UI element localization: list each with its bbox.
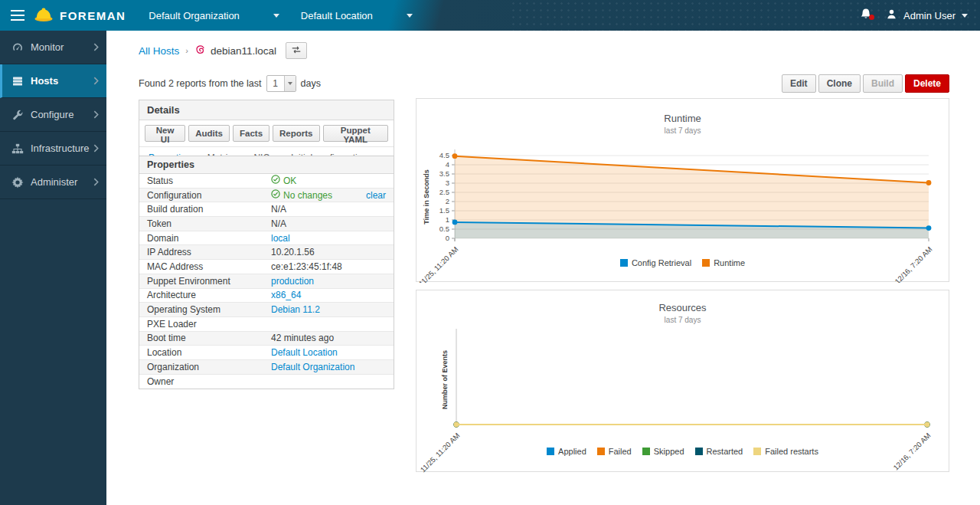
select-caret-icon [284,76,296,91]
property-value-link[interactable]: Default Location [271,347,394,358]
clear-link[interactable]: clear [366,190,394,201]
property-label: Token [139,218,271,229]
breadcrumb-all-hosts-link[interactable]: All Hosts [139,45,179,57]
host-action-buttons: Edit Clone Build Delete [782,74,949,93]
legend-item-applied[interactable]: Applied [547,447,586,456]
svg-text:2.5: 2.5 [439,188,449,196]
breadcrumb-current: debian11.local [194,44,276,57]
user-menu[interactable]: Admin User [883,8,980,22]
brand-name: FOREMAN [60,9,126,22]
sidebar-item-infrastructure[interactable]: Infrastructure [0,132,106,166]
days-select[interactable]: 1 [266,75,296,92]
legend-swatch [620,259,628,267]
legend-label: Applied [558,447,586,456]
organization-dropdown[interactable]: Default Organization [138,0,290,31]
puppet-yaml-button[interactable]: Puppet YAML [323,125,389,142]
chevron-right-icon [93,77,99,85]
legend-item-restarted[interactable]: Restarted [695,447,743,456]
breadcrumb-separator: › [185,46,188,55]
property-label: Domain [139,233,271,244]
legend-item-skipped[interactable]: Skipped [642,447,684,456]
audits-button[interactable]: Audits [188,125,230,142]
legend-item-failed[interactable]: Failed [597,447,632,456]
property-row: IP Address10.20.1.56 [139,245,394,260]
sidebar-item-hosts[interactable]: Hosts [0,64,106,98]
legend-swatch [753,448,761,455]
property-value: N/A [271,218,394,229]
main-content: All Hosts › debian11.local Found 2 repor… [106,31,980,505]
property-row: Build durationN/A [139,202,394,217]
property-value-link[interactable]: Debian 11.2 [271,304,394,315]
property-label: Operating System [139,304,271,315]
sidebar-item-label: Infrastructure [31,143,93,154]
svg-text:2: 2 [446,197,449,205]
sidebar-item-configure[interactable]: Configure [0,98,106,132]
property-label: Location [139,347,271,358]
property-value: ce:e1:23:45:1f:48 [271,261,394,272]
server-icon [11,75,24,87]
sidebar: MonitorHostsConfigureInfrastructureAdmin… [0,31,106,505]
details-panel-title: Details [139,100,394,120]
sidebar-item-label: Administer [31,176,93,188]
sidebar-item-label: Configure [31,109,93,120]
property-label: PXE Loader [139,319,271,330]
property-label: Boot time [139,333,271,343]
svg-text:3.5: 3.5 [439,169,449,178]
details-buttons: New UIAuditsFactsReportsPuppet YAML [139,120,394,147]
delete-button[interactable]: Delete [905,74,949,93]
legend-item-runtime[interactable]: Runtime [702,258,745,267]
property-row: StatusOK [139,174,394,189]
property-value-link[interactable]: Default Organization [271,362,394,372]
legend-item-config-retrieval[interactable]: Config Retrieval [620,258,691,267]
facts-button[interactable]: Facts [233,125,270,142]
user-name: Admin User [903,10,956,21]
legend-swatch [642,448,650,455]
property-row: Architecturex86_64 [139,289,394,303]
build-button[interactable]: Build [863,74,903,93]
resources-legend: AppliedFailedSkippedRestartedFailed rest… [416,447,949,456]
debian-os-icon [194,44,206,57]
legend-label: Failed restarts [765,447,818,456]
reports-summary: Found 2 reports from the last 1 days [139,75,321,92]
resources-plot-area: Number of Events11/25, 11:20 AM12/16, 7:… [416,290,950,473]
gauge-icon [11,41,24,54]
property-value-link[interactable]: x86_64 [271,290,394,300]
sidebar-item-label: Monitor [31,41,93,53]
legend-swatch [695,448,703,455]
property-label: Organization [139,362,271,372]
location-dropdown[interactable]: Default Location [290,0,423,31]
reports-button[interactable]: Reports [273,125,319,142]
notifications-button[interactable] [849,8,883,23]
svg-text:0: 0 [446,234,449,242]
clone-button[interactable]: Clone [818,74,861,93]
check-circle-icon [271,175,280,186]
sidebar-item-administer[interactable]: Administer [0,166,106,199]
host-name: debian11.local [211,45,276,57]
legend-label: Restarted [707,447,743,456]
property-value-link[interactable]: local [271,233,394,244]
legend-label: Skipped [654,447,684,456]
user-icon [886,8,897,22]
svg-text:1: 1 [446,215,449,224]
property-row: Puppet Environmentproduction [139,274,394,289]
property-value-link[interactable]: production [271,276,394,287]
legend-swatch [702,259,710,267]
property-row: Owner [139,375,394,389]
svg-text:0.5: 0.5 [439,225,449,233]
new-ui-button[interactable]: New UI [145,125,185,142]
caret-down-icon [273,14,279,18]
hamburger-menu-button[interactable] [0,10,34,21]
edit-button[interactable]: Edit [782,74,816,93]
property-label: Status [139,175,271,186]
property-label: Configuration [139,190,271,201]
runtime-chart-panel: Runtimelast 7 days00.511.522.533.544.5Ti… [416,98,949,282]
organization-label: Default Organization [149,10,240,21]
properties-table: Properties StatusOKConfigurationNo chang… [139,156,394,389]
property-row: PXE Loader [139,317,394,332]
legend-label: Failed [609,447,632,456]
chevron-right-icon [93,43,99,51]
ui-switcher-button[interactable] [286,42,307,59]
legend-item-failed-restarts[interactable]: Failed restarts [753,447,818,456]
sidebar-item-monitor[interactable]: Monitor [0,31,106,64]
foreman-logo[interactable]: FOREMAN [34,6,138,25]
